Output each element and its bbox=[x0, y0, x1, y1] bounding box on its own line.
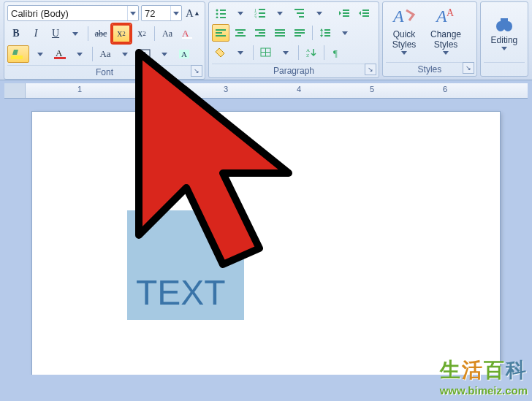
paragraph-dialog-launcher[interactable]: ↘ bbox=[365, 64, 376, 75]
distribute-button[interactable] bbox=[291, 24, 308, 42]
align-left-button[interactable] bbox=[212, 24, 229, 42]
shading-dropdown[interactable] bbox=[232, 44, 249, 61]
font-name-dropdown[interactable] bbox=[127, 6, 138, 20]
svg-rect-43 bbox=[275, 35, 285, 37]
svg-rect-39 bbox=[259, 32, 265, 34]
underline-dropdown[interactable] bbox=[66, 25, 84, 42]
strikethrough-button[interactable]: abc bbox=[92, 25, 110, 42]
svg-rect-40 bbox=[255, 35, 265, 37]
svg-rect-48 bbox=[324, 29, 330, 31]
svg-point-9 bbox=[216, 9, 218, 12]
svg-rect-41 bbox=[275, 29, 285, 31]
align-center-button[interactable] bbox=[232, 24, 249, 42]
document-page[interactable]: TEXT bbox=[32, 112, 500, 375]
borders-dropdown[interactable] bbox=[277, 44, 294, 61]
svg-rect-10 bbox=[220, 9, 226, 11]
bullets-dropdown[interactable] bbox=[232, 4, 249, 22]
multilevel-button[interactable] bbox=[291, 4, 308, 22]
font-name-combo[interactable]: Calibri (Body) bbox=[7, 5, 139, 21]
svg-text:A: A bbox=[392, 7, 404, 26]
quick-styles-button[interactable]: A Quick Styles bbox=[386, 4, 422, 60]
group-paragraph: 123 ¶ ¶ bbox=[208, 1, 379, 78]
clear-formatting-button[interactable]: A bbox=[178, 25, 196, 42]
svg-rect-49 bbox=[324, 32, 330, 34]
bullets-button[interactable] bbox=[212, 4, 229, 22]
selected-textbox[interactable]: TEXT bbox=[127, 210, 244, 320]
group-font: Calibri (Body) 72 A▲ B I U abc bbox=[4, 1, 205, 80]
styles-dialog-launcher[interactable]: ↘ bbox=[463, 62, 474, 74]
quick-styles-icon: A bbox=[392, 6, 417, 28]
svg-text:Z: Z bbox=[306, 53, 309, 58]
quick-styles-label: Quick Styles bbox=[392, 29, 417, 50]
numbering-dropdown[interactable] bbox=[271, 4, 289, 22]
svg-rect-42 bbox=[275, 32, 285, 34]
superscript-button[interactable]: x2 bbox=[133, 25, 151, 42]
font-size-combo[interactable]: 72 bbox=[141, 5, 182, 21]
underline-button[interactable]: U bbox=[47, 25, 64, 42]
editing-button[interactable]: Editing bbox=[485, 13, 524, 52]
svg-text:A: A bbox=[181, 50, 187, 58]
svg-text:3: 3 bbox=[254, 15, 256, 18]
svg-rect-25 bbox=[343, 12, 349, 14]
svg-text:A: A bbox=[56, 48, 63, 58]
subscript-button[interactable]: x2 bbox=[112, 24, 131, 43]
svg-text:A: A bbox=[142, 50, 148, 58]
decrease-indent-button[interactable] bbox=[335, 4, 353, 22]
group-title-paragraph: Paragraph bbox=[212, 64, 376, 77]
svg-rect-16 bbox=[259, 9, 265, 10]
line-spacing-button[interactable] bbox=[316, 24, 334, 42]
sort-button[interactable]: AZ bbox=[303, 44, 320, 61]
change-styles-icon: AA bbox=[433, 6, 458, 28]
align-right-button[interactable] bbox=[251, 24, 269, 42]
svg-rect-47 bbox=[322, 31, 322, 35]
svg-rect-36 bbox=[238, 32, 243, 34]
borders-button[interactable] bbox=[257, 44, 275, 61]
char-border-dropdown[interactable] bbox=[156, 45, 173, 63]
svg-rect-34 bbox=[216, 35, 226, 37]
grow-font-button[interactable]: A▲ bbox=[184, 4, 202, 22]
svg-rect-12 bbox=[220, 13, 226, 15]
group-title-font: Font bbox=[7, 65, 202, 79]
change-styles-label: Change Styles bbox=[430, 29, 461, 50]
font-color-dropdown[interactable] bbox=[71, 45, 88, 63]
svg-rect-44 bbox=[294, 29, 305, 31]
svg-point-13 bbox=[216, 17, 218, 19]
bold-button[interactable]: B bbox=[7, 25, 25, 42]
multilevel-dropdown[interactable] bbox=[311, 4, 328, 22]
svg-rect-33 bbox=[216, 32, 222, 34]
highlight-dropdown[interactable] bbox=[31, 45, 49, 63]
case-menu-button[interactable]: Aa bbox=[96, 45, 114, 63]
svg-rect-20 bbox=[259, 16, 265, 18]
ribbon: Calibri (Body) 72 A▲ B I U abc bbox=[0, 0, 532, 80]
justify-button[interactable] bbox=[271, 24, 289, 42]
case-menu-dropdown[interactable] bbox=[116, 45, 134, 63]
svg-text:A: A bbox=[446, 7, 455, 18]
svg-rect-14 bbox=[220, 17, 226, 18]
char-shading-button[interactable]: A bbox=[175, 45, 193, 63]
svg-rect-45 bbox=[294, 32, 305, 34]
numbering-button[interactable]: 123 bbox=[251, 4, 269, 22]
svg-rect-29 bbox=[362, 15, 369, 17]
svg-point-11 bbox=[216, 13, 218, 15]
svg-rect-23 bbox=[299, 16, 304, 18]
show-marks-button[interactable]: ¶ bbox=[328, 44, 346, 61]
watermark-cn: 生活百科 bbox=[440, 356, 528, 375]
svg-rect-32 bbox=[216, 29, 226, 31]
font-color-button[interactable]: A bbox=[51, 45, 69, 63]
svg-rect-18 bbox=[259, 12, 265, 14]
increase-indent-button[interactable] bbox=[355, 4, 373, 22]
italic-button[interactable]: I bbox=[27, 25, 45, 42]
svg-rect-37 bbox=[235, 35, 246, 37]
change-styles-button[interactable]: AA Change Styles bbox=[425, 4, 467, 60]
highlight-button[interactable] bbox=[7, 45, 29, 63]
textbox-content: TEXT bbox=[136, 272, 226, 313]
font-size-value: 72 bbox=[142, 8, 158, 19]
shading-button[interactable] bbox=[212, 44, 229, 61]
line-spacing-dropdown[interactable] bbox=[336, 24, 354, 42]
font-size-dropdown[interactable] bbox=[170, 6, 181, 20]
font-dialog-launcher[interactable]: ↘ bbox=[191, 65, 202, 77]
change-case-button[interactable]: Aa bbox=[159, 25, 176, 42]
char-border-button[interactable]: A bbox=[136, 45, 153, 63]
horizontal-ruler[interactable]: 1 2 3 4 5 6 bbox=[4, 83, 528, 99]
svg-rect-22 bbox=[297, 12, 304, 14]
